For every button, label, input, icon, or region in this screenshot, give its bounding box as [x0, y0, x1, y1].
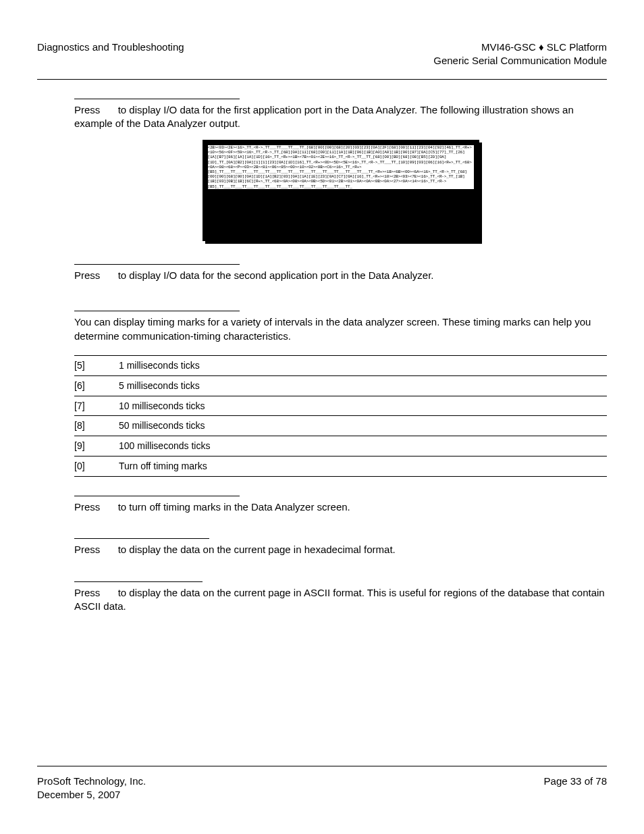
value-cell: 1 milliseconds ticks	[119, 355, 607, 375]
para-text: to display the data on the current page …	[115, 544, 396, 555]
header-subtitle: Generic Serial Communication Module	[433, 54, 607, 68]
key-cell: [7]	[74, 396, 119, 416]
page-content: Press to display I/O data for the first …	[37, 99, 607, 614]
header-right: MVI46-GSC ♦ SLC Platform Generic Serial …	[433, 41, 607, 68]
analyzer-dump: <2B><03><2E><16>_TT_<R->_TT___TT___TT___…	[208, 145, 474, 189]
para-text: to display the data on the current page …	[74, 587, 605, 612]
para-text: to display I/O data for the first applic…	[74, 104, 574, 129]
para-timing-intro: You can display timing marks for a varie…	[74, 315, 607, 343]
key-cell: [0]	[74, 457, 119, 477]
footer-page: Page 33 of 78	[544, 775, 607, 802]
press-label: Press	[74, 269, 100, 281]
para-ascii: Press to display the data on the current…	[74, 586, 607, 614]
table-row: [0]Turn off timing marks	[74, 457, 607, 477]
para-hex: Press to display the data on the current…	[74, 543, 607, 556]
section-rule	[74, 311, 240, 311]
para-text: to turn off timing marks in the Data Ana…	[115, 501, 350, 513]
timing-marks-table: [5]1 milliseconds ticks [6]5 millisecond…	[74, 355, 607, 477]
section-rule	[74, 99, 240, 99]
footer-company: ProSoft Technology, Inc.	[37, 775, 146, 788]
header-product: MVI46-GSC ♦ SLC Platform	[433, 41, 607, 54]
table-row: [8]50 milliseconds ticks	[74, 416, 607, 436]
para-text: to display I/O data for the second appli…	[115, 269, 434, 281]
press-label: Press	[74, 501, 100, 513]
section-rule	[74, 581, 203, 582]
footer-left: ProSoft Technology, Inc. December 5, 200…	[37, 775, 146, 802]
table-row: [5]1 milliseconds ticks	[74, 355, 607, 375]
key-cell: [5]	[74, 355, 119, 375]
table-row: [6]5 milliseconds ticks	[74, 375, 607, 396]
data-analyzer-output: <2B><03><2E><16>_TT_<R->_TT___TT___TT___…	[203, 140, 479, 241]
value-cell: 5 milliseconds ticks	[119, 375, 607, 396]
key-cell: [9]	[74, 436, 119, 457]
press-label: Press	[74, 544, 100, 555]
header-left: Diagnostics and Troubleshooting	[37, 41, 184, 68]
table-row: [7]10 milliseconds ticks	[74, 396, 607, 416]
section-rule	[74, 538, 209, 539]
value-cell: 100 milliseconds ticks	[119, 436, 607, 457]
key-cell: [6]	[74, 375, 119, 396]
value-cell: Turn off timing marks	[119, 457, 607, 477]
press-label: Press	[74, 587, 100, 598]
footer-date: December 5, 2007	[37, 788, 146, 802]
key-cell: [8]	[74, 416, 119, 436]
press-label: Press	[74, 104, 100, 115]
para-port2: Press to display I/O data for the second…	[74, 269, 607, 282]
value-cell: 50 milliseconds ticks	[119, 416, 607, 436]
page-header: Diagnostics and Troubleshooting MVI46-GS…	[37, 41, 607, 80]
para-port1: Press to display I/O data for the first …	[74, 103, 607, 131]
page-footer: ProSoft Technology, Inc. December 5, 200…	[37, 766, 607, 802]
section-rule	[74, 264, 240, 265]
value-cell: 10 milliseconds ticks	[119, 396, 607, 416]
para-turnoff: Press to turn off timing marks in the Da…	[74, 500, 607, 514]
section-rule	[74, 496, 240, 496]
table-row: [9]100 milliseconds ticks	[74, 436, 607, 457]
